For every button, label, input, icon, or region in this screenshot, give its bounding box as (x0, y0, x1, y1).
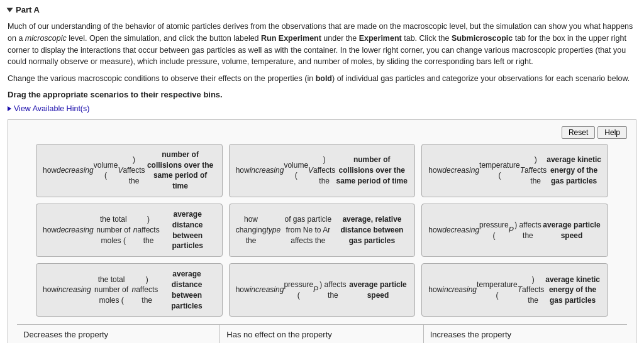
card-3[interactable]: how decreasing temperature (T) affects t… (421, 144, 608, 197)
card-8[interactable]: how increasing pressure (P) affects the … (229, 263, 416, 317)
hint-link[interactable]: View Available Hint(s) (8, 104, 636, 113)
description-paragraph2: Change the various macroscopic condition… (8, 73, 636, 85)
reset-button[interactable]: Reset (562, 126, 595, 139)
drag-instruction: Drag the appropriate scenarios to their … (8, 90, 636, 99)
part-header: Part A (8, 5, 636, 14)
part-label: Part A (16, 5, 40, 14)
card-5[interactable]: how changing the type of gas particle fr… (229, 204, 416, 257)
bin-no-effect-label: Has no effect on the property (226, 330, 416, 339)
card-7[interactable]: how increasing the total number of moles… (36, 263, 223, 317)
hint-link-label: View Available Hint(s) (14, 104, 89, 113)
bin-decreases-label: Decreases the property (23, 330, 213, 339)
toolbar: Reset Help (17, 126, 627, 139)
help-button[interactable]: Help (597, 126, 627, 139)
page-container: Part A Much of our understanding of the … (0, 0, 644, 343)
cards-grid: how decreasing volume (V) affects the nu… (17, 144, 627, 317)
bin-increases-label: Increases the property (430, 330, 621, 339)
bins-row: Decreases the property Has no effect on … (17, 324, 627, 343)
bin-decreases[interactable]: Decreases the property (17, 325, 220, 343)
bin-no-effect[interactable]: Has no effect on the property (220, 325, 423, 343)
card-4[interactable]: how decreasing the total number of moles… (36, 204, 223, 257)
collapse-icon[interactable] (7, 8, 13, 12)
card-9[interactable]: how increasing temperature (T) affects t… (421, 263, 608, 317)
hint-arrow-icon (8, 106, 11, 111)
main-box: Reset Help how decreasing volume (V) aff… (8, 119, 636, 343)
card-1[interactable]: how decreasing volume (V) affects the nu… (36, 144, 223, 197)
card-2[interactable]: how increasing volume (V) affects the nu… (229, 144, 416, 197)
description-paragraph1: Much of our understanding of the behavio… (8, 21, 636, 68)
card-6[interactable]: how decreasing pressure (P) affects the … (421, 204, 608, 257)
bin-increases[interactable]: Increases the property (424, 325, 627, 343)
